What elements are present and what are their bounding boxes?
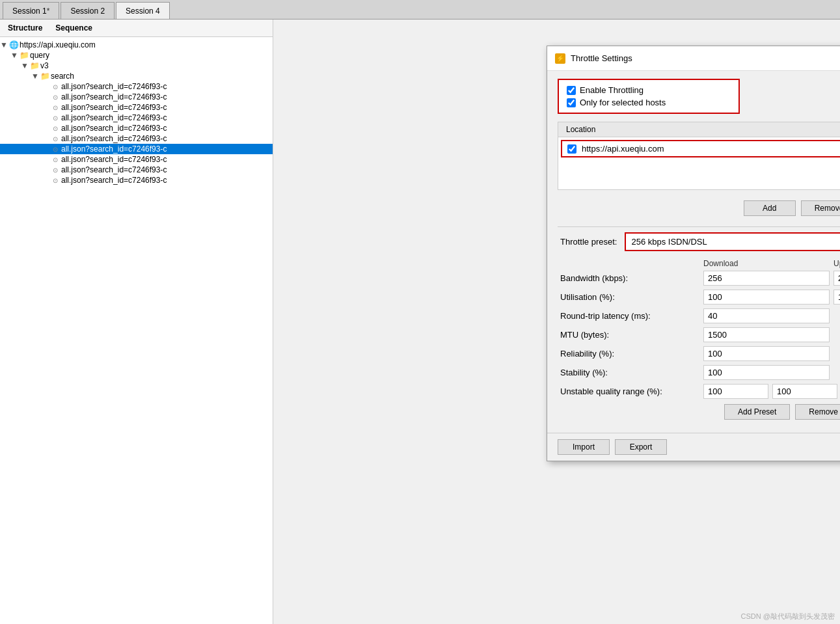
hosts-section: Location https://api.xueqiu.com — [558, 122, 840, 190]
latency-inputs — [703, 308, 830, 323]
tree-item-label: all.json?search_id=c7246f93-c — [61, 165, 167, 174]
tree-item[interactable]: ⊙all.json?search_id=c7246f93-c — [0, 92, 273, 102]
enable-throttling-checkbox[interactable] — [567, 86, 576, 95]
utilisation-download-input[interactable] — [703, 290, 830, 305]
tree-item-label: v3 — [40, 61, 49, 70]
file-icon: ⊙ — [49, 83, 61, 90]
tree-item[interactable]: ▼📁search — [0, 71, 273, 81]
add-host-button[interactable]: Add — [744, 200, 796, 216]
bandwidth-download-input[interactable] — [703, 271, 830, 286]
only-selected-hosts-checkbox[interactable] — [567, 98, 576, 107]
reliability-input[interactable] — [703, 346, 830, 361]
file-icon: ⊙ — [49, 94, 61, 101]
tree-item[interactable]: ⊙all.json?search_id=c7246f93-c — [0, 165, 273, 175]
preset-buttons-row: Add Preset Remove Preset — [558, 404, 840, 420]
file-icon: ⊙ — [49, 167, 61, 174]
enable-throttling-row: Enable Throttling — [567, 85, 731, 95]
params-grid: Download Upload Bandwidth (kbps): Utilis… — [558, 259, 840, 399]
file-icon: ⊙ — [49, 156, 61, 163]
dialog-icon: ⚡ — [555, 53, 565, 64]
tree-item-label: query — [30, 51, 49, 60]
utilisation-inputs — [703, 290, 840, 305]
tree-item-label: all.json?search_id=c7246f93-c — [61, 155, 167, 164]
dialog-footer: Import Export OK Cancel Help — [547, 433, 840, 461]
tab-session2[interactable]: Session 2 — [61, 2, 115, 19]
throttle-preset-label: Throttle preset: — [560, 237, 617, 247]
stability-input[interactable] — [703, 365, 830, 380]
latency-input[interactable] — [703, 308, 830, 323]
throttle-preset-select[interactable]: 256 kbps ISDN/DSL 512 kbps DSL 1 Mbps DS… — [626, 234, 840, 250]
unstable-quality-inputs — [703, 384, 837, 399]
tree-item-label: all.json?search_id=c7246f93-c — [61, 144, 167, 154]
mtu-input[interactable] — [703, 327, 830, 342]
tree-expand-arrow: ▼ — [10, 51, 18, 60]
tab-session4[interactable]: Session 4 — [116, 2, 170, 19]
tree-item[interactable]: ⊙all.json?search_id=c7246f93-c — [0, 102, 273, 113]
tree-item[interactable]: ▼📁query — [0, 50, 273, 61]
tree-item[interactable]: ⊙all.json?search_id=c7246f93-c — [0, 154, 273, 165]
tree-item-label: all.json?search_id=c7246f93-c — [61, 92, 167, 102]
latency-label: Round-trip latency (ms): — [560, 311, 703, 321]
dialog-title: Throttle Settings — [571, 53, 632, 63]
globe-icon: 🌐 — [8, 40, 20, 49]
import-button[interactable]: Import — [558, 439, 610, 455]
tree-item[interactable]: ⊙all.json?search_id=c7246f93-c — [0, 81, 273, 92]
sidebar-sequence-btn[interactable]: Sequence — [53, 22, 95, 34]
dialog-title-left: ⚡ Throttle Settings — [555, 53, 632, 64]
tab-session4-label: Session 4 — [126, 7, 160, 16]
preset-section: Throttle preset: 256 kbps ISDN/DSL 512 k… — [558, 232, 840, 251]
tree-item[interactable]: ⊙all.json?search_id=c7246f93-c — [0, 133, 273, 144]
sidebar-toolbar: Structure Sequence — [0, 20, 273, 37]
tree-item-label: all.json?search_id=c7246f93-c — [61, 176, 167, 185]
export-button[interactable]: Export — [615, 439, 667, 455]
remove-preset-button[interactable]: Remove Preset — [795, 404, 840, 420]
unstable-quality-input-1[interactable] — [703, 384, 768, 399]
bandwidth-inputs — [703, 271, 840, 286]
tree-item-label: all.json?search_id=c7246f93-c — [61, 103, 167, 112]
reliability-inputs — [703, 346, 830, 361]
sidebar-structure-btn[interactable]: Structure — [5, 22, 45, 34]
tree-item[interactable]: ⊙all.json?search_id=c7246f93-c — [0, 144, 273, 154]
only-selected-hosts-row: Only for selected hosts — [567, 98, 731, 107]
tree-item-label: https://api.xueqiu.com — [20, 40, 96, 49]
utilisation-upload-input[interactable] — [833, 290, 840, 305]
tree-item-label: all.json?search_id=c7246f93-c — [61, 134, 167, 143]
file-icon: ⊙ — [49, 146, 61, 153]
tree-item[interactable]: ⊙all.json?search_id=c7246f93-c — [0, 113, 273, 123]
tree-item-label: search — [51, 72, 74, 81]
add-preset-button[interactable]: Add Preset — [724, 404, 790, 420]
mtu-row: MTU (bytes): — [560, 327, 840, 342]
stability-row: Stability (%): — [560, 365, 840, 380]
separator — [558, 226, 840, 227]
file-icon: ⊙ — [49, 104, 61, 111]
tree-item[interactable]: ⊙all.json?search_id=c7246f93-c — [0, 123, 273, 133]
dialog-body: Enable Throttling Only for selected host… — [547, 71, 840, 433]
host-checkbox[interactable] — [567, 144, 576, 154]
tab-bar: Session 1 * Session 2 Session 4 — [0, 0, 840, 20]
tree-expand-arrow: ▼ — [21, 61, 29, 70]
tree-item-label: all.json?search_id=c7246f93-c — [61, 124, 167, 133]
throttle-enable-section: Enable Throttling Only for selected host… — [558, 79, 740, 114]
tab-session2-label: Session 2 — [70, 7, 105, 16]
utilisation-row: Utilisation (%): — [560, 290, 840, 305]
location-column-header: Location — [566, 125, 595, 134]
bandwidth-upload-input[interactable] — [833, 271, 840, 286]
bandwidth-row: Bandwidth (kbps): — [560, 271, 840, 286]
file-icon: ⊙ — [49, 135, 61, 142]
tree-item[interactable]: ▼📁v3 — [0, 61, 273, 71]
tree-item[interactable]: ▼🌐https://api.xueqiu.com — [0, 40, 273, 50]
watermark: CSDN @敲代码敲到头发茂密 — [741, 612, 835, 621]
remove-host-button[interactable]: Remove — [801, 200, 840, 216]
tab-session1-label: Session 1 — [12, 7, 47, 16]
only-selected-hosts-label: Only for selected hosts — [580, 98, 666, 107]
upload-column-header: Upload — [833, 259, 840, 268]
tree-expand-arrow: ▼ — [0, 40, 8, 49]
unstable-quality-input-2[interactable] — [772, 384, 837, 399]
tab-session1[interactable]: Session 1 * — [3, 2, 59, 19]
main-area: Structure Sequence ▼🌐https://api.xueqiu.… — [0, 20, 840, 624]
hosts-table-body: https://api.xueqiu.com — [558, 137, 840, 189]
tree-item[interactable]: ⊙all.json?search_id=c7246f93-c — [0, 175, 273, 185]
tree-item-label: all.json?search_id=c7246f93-c — [61, 82, 167, 91]
download-column-header: Download — [703, 259, 833, 268]
tree-item-label: all.json?search_id=c7246f93-c — [61, 113, 167, 122]
